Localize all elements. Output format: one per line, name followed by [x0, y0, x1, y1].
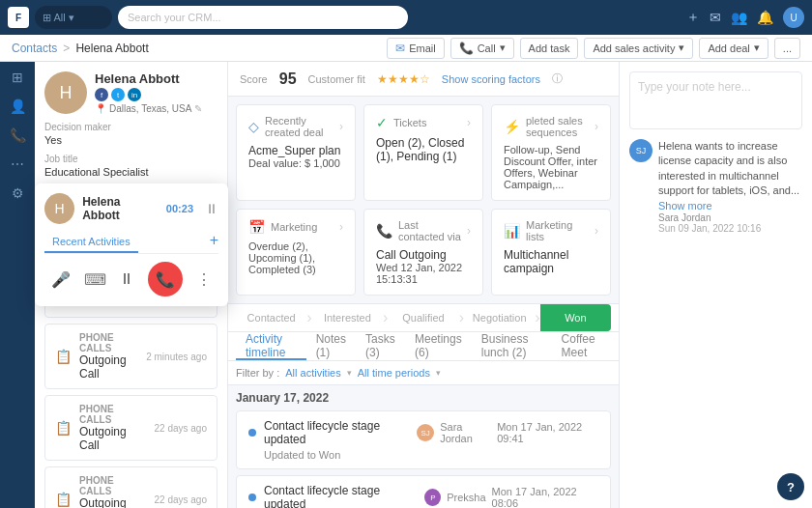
- deal-card-arrow: ›: [339, 120, 343, 133]
- meetings-icon: 📅: [248, 219, 265, 235]
- timeline-person-0: Sara Jordan: [440, 421, 491, 444]
- contacted-arrow: ›: [467, 224, 471, 238]
- home-icon[interactable]: ⊞: [12, 70, 23, 85]
- call-dropdown-icon[interactable]: ▾: [500, 42, 506, 54]
- timeline-date-0: Mon 17 Jan, 2022 09:41: [497, 421, 598, 444]
- more-button[interactable]: ...: [774, 38, 800, 59]
- activity-item-1: 📋 PHONE CALLS Outgoing Call 2 minutes ag…: [44, 324, 218, 389]
- end-call-button[interactable]: 📞: [148, 262, 183, 296]
- stage-qualified-label: Qualified: [402, 312, 444, 324]
- pipeline-bar: Contacted › Interested › Qualified › Neg…: [228, 303, 619, 332]
- tickets-card-icon: ✓: [376, 115, 388, 130]
- marketing-icon: 📊: [504, 223, 520, 239]
- contacts-icon[interactable]: 👤: [10, 99, 26, 114]
- deal-icon: ◇: [248, 119, 259, 134]
- page-title: Helena Abbott: [75, 42, 148, 55]
- settings-icon[interactable]: ⚙: [12, 185, 24, 201]
- tab-meetings[interactable]: Meetings (6): [405, 332, 472, 360]
- stage-won[interactable]: Won: [540, 304, 611, 331]
- star-rating: ★★★★☆: [377, 72, 430, 86]
- grid-icon[interactable]: ⋯: [11, 156, 24, 172]
- stage-interested[interactable]: Interested: [312, 304, 383, 331]
- timeline-item-header-0: Contact lifecycle stage updated SJ Sara …: [248, 419, 598, 446]
- add-task-button[interactable]: Add task: [520, 38, 579, 59]
- info-cards: ◇ Recently created deal › Acme_Super pla…: [228, 97, 619, 303]
- tickets-card[interactable]: ✓ Tickets › Open (2), Closed (1), Pendin…: [363, 104, 483, 201]
- tab-tasks[interactable]: Tasks (3): [356, 332, 405, 360]
- tickets-value: Open (2), Closed (1), Pending (1): [376, 136, 471, 163]
- contacted-sub-label: Call Outgoing: [376, 248, 471, 262]
- add-deal-button[interactable]: Add deal ▾: [699, 38, 768, 59]
- activity-name-1: Outgoing Call: [79, 353, 138, 381]
- end-call-icon: 📞: [156, 270, 175, 289]
- show-more-link[interactable]: Show more: [658, 200, 712, 212]
- sequences-card-header: ⚡ pleted sales sequences ›: [504, 115, 598, 138]
- more-call-button[interactable]: ⋮: [196, 270, 212, 289]
- call-button[interactable]: 📞 Call ▾: [450, 38, 514, 59]
- marketing-card[interactable]: 📊 Marketing lists › Multichannel campaig…: [491, 209, 611, 296]
- call-add-button[interactable]: +: [210, 232, 218, 253]
- bell-icon[interactable]: 🔔: [757, 10, 773, 25]
- facebook-icon[interactable]: f: [95, 88, 108, 101]
- email-btn-icon: ✉: [395, 42, 405, 55]
- score-label: Score: [240, 73, 268, 85]
- time-filter-arrow: ▾: [436, 368, 441, 378]
- stage-contacted-label: Contacted: [247, 312, 296, 324]
- tab-coffee-meet[interactable]: Coffee Meet: [552, 332, 611, 360]
- last-contacted-card[interactable]: 📞 Last contacted via › Call Outgoing Wed…: [363, 209, 483, 296]
- activity-type-2: PHONE CALLS: [79, 404, 147, 425]
- deal-card-header: ◇ Recently created deal ›: [248, 115, 343, 138]
- stage-negotiation[interactable]: Negotiation: [464, 304, 535, 331]
- help-button[interactable]: ?: [777, 473, 804, 500]
- timeline-date: January 17, 2022: [228, 385, 619, 410]
- linkedin-icon[interactable]: in: [128, 88, 141, 101]
- hold-button[interactable]: ⏸: [119, 270, 134, 288]
- sequences-arrow: ›: [594, 120, 598, 133]
- decision-maker-section: Decision maker Yes: [44, 122, 218, 146]
- contact-name: Helena Abbott: [95, 71, 202, 86]
- show-scoring-link[interactable]: Show scoring factors: [442, 73, 540, 85]
- meetings-card[interactable]: 📅 Marketing › Overdue (2), Upcoming (1),…: [236, 209, 356, 296]
- mute-button[interactable]: 🎤: [51, 270, 71, 289]
- decision-maker-label: Decision maker: [44, 122, 218, 132]
- stage-contacted[interactable]: Contacted: [236, 304, 306, 331]
- activity-info-2: PHONE CALLS Outgoing Call: [79, 404, 147, 452]
- all-dropdown[interactable]: ⊞ All ▾: [43, 12, 74, 24]
- filter-all-activities[interactable]: All activities: [285, 367, 340, 379]
- edit-icon[interactable]: ✎: [194, 103, 202, 114]
- contacts-breadcrumb[interactable]: Contacts: [12, 42, 57, 55]
- tab-business-lunch[interactable]: Business lunch (2): [472, 332, 552, 360]
- note-textarea[interactable]: Type your note here...: [629, 71, 802, 129]
- call-pause-icon[interactable]: ⏸: [205, 201, 218, 216]
- tickets-card-label: Tickets: [393, 117, 426, 128]
- keypad-button[interactable]: ⌨: [84, 270, 106, 289]
- score-value: 95: [279, 71, 297, 88]
- add-sales-activity-button[interactable]: Add sales activity ▾: [584, 38, 693, 59]
- add-task-label: Add task: [529, 42, 570, 54]
- more-label: ...: [783, 42, 792, 54]
- activity-icon-2: 📋: [55, 420, 72, 436]
- phone-icon[interactable]: 📞: [10, 127, 26, 143]
- email-icon[interactable]: ✉: [710, 10, 721, 25]
- email-button[interactable]: ✉ Email: [387, 38, 445, 59]
- search-box[interactable]: Search your CRM...: [118, 6, 408, 29]
- call-recent-tab[interactable]: Recent Activities: [44, 232, 138, 253]
- note-author-avatar: SJ: [629, 139, 652, 162]
- score-bar: Score 95 Customer fit ★★★★☆ Show scoring…: [228, 62, 619, 97]
- sequences-card[interactable]: ⚡ pleted sales sequences › Follow-up, Se…: [491, 104, 611, 201]
- tab-activity-timeline[interactable]: Activity timeline: [236, 332, 306, 360]
- tab-notes[interactable]: Notes (1): [306, 332, 356, 360]
- deal-card[interactable]: ◇ Recently created deal › Acme_Super pla…: [236, 104, 356, 201]
- top-bar-icons: ＋ ✉ 👥 🔔 U: [686, 7, 804, 28]
- twitter-icon[interactable]: t: [111, 88, 125, 101]
- filter-all-time[interactable]: All time periods: [358, 367, 430, 379]
- stage-qualified[interactable]: Qualified: [388, 304, 458, 331]
- sales-dropdown-icon[interactable]: ▾: [679, 42, 684, 54]
- right-sidebar: Type your note here... SJ Helena wants t…: [619, 62, 812, 508]
- users-icon[interactable]: 👥: [731, 10, 747, 25]
- add-icon[interactable]: ＋: [686, 9, 700, 26]
- note-author-name: Sara Jordan: [658, 212, 802, 223]
- timeline-sub-0: Updated to Won: [248, 449, 598, 461]
- user-avatar[interactable]: U: [783, 7, 804, 28]
- deal-dropdown-icon[interactable]: ▾: [754, 42, 760, 54]
